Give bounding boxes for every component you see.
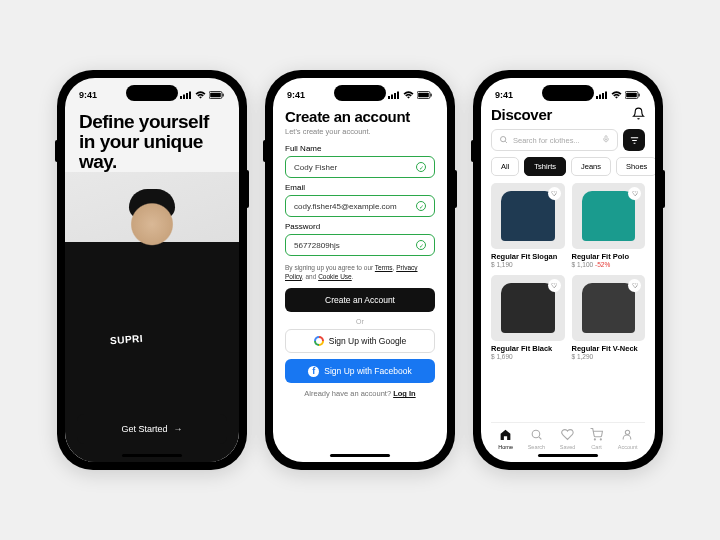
status-time: 9:41 [287, 90, 305, 100]
svg-rect-14 [596, 96, 598, 99]
arrow-right-icon: → [174, 424, 183, 434]
svg-rect-10 [397, 92, 399, 100]
page-title: Discover [491, 106, 552, 123]
password-input[interactable]: 56772809hjs ✓ [285, 234, 435, 256]
email-label: Email [285, 183, 435, 192]
category-pills: All Tshirts Jeans Shoes [491, 157, 645, 176]
svg-rect-5 [210, 93, 221, 98]
user-icon [621, 428, 634, 443]
battery-icon [209, 91, 225, 99]
google-icon [314, 336, 324, 346]
home-indicator [330, 454, 390, 457]
or-divider: Or [285, 318, 435, 325]
phone-signup: 9:41 Create an account Let's create your… [265, 70, 455, 470]
google-signup-button[interactable]: Sign Up with Google [285, 329, 435, 353]
tab-cart[interactable]: Cart [590, 428, 603, 450]
signal-icon [596, 91, 608, 99]
check-icon: ✓ [416, 162, 426, 172]
login-link[interactable]: Log In [393, 389, 416, 398]
dynamic-island [126, 85, 178, 101]
svg-rect-20 [639, 94, 640, 97]
heart-icon [561, 428, 574, 443]
bell-icon[interactable] [632, 107, 645, 122]
home-indicator [538, 454, 598, 457]
pill-all[interactable]: All [491, 157, 519, 176]
tab-home[interactable]: Home [498, 428, 513, 450]
facebook-icon: f [308, 366, 319, 377]
pill-jeans[interactable]: Jeans [571, 157, 611, 176]
heart-icon[interactable]: ♡ [628, 279, 641, 292]
product-card[interactable]: ♡ Regular Fit Black $ 1,690 [491, 275, 565, 360]
pill-shoes[interactable]: Shoes [616, 157, 655, 176]
svg-rect-0 [180, 96, 182, 99]
search-icon [530, 428, 543, 443]
svg-point-23 [532, 430, 540, 438]
get-started-button[interactable]: Get Started → [77, 414, 227, 444]
svg-rect-1 [183, 95, 185, 100]
phone-discover: 9:41 Discover Search for clothes... [473, 70, 663, 470]
terms-text: By signing up you agree to our Terms, Pr… [285, 263, 435, 281]
mic-icon[interactable] [602, 134, 610, 146]
dynamic-island [542, 85, 594, 101]
svg-rect-22 [605, 136, 607, 140]
home-indicator [122, 454, 182, 457]
product-grid: ♡ Regular Fit Slogan $ 1,190 ♡ Regular F… [491, 183, 645, 360]
heart-icon[interactable]: ♡ [548, 187, 561, 200]
battery-icon [417, 91, 433, 99]
tab-account[interactable]: Account [618, 428, 638, 450]
login-prompt: Already have an account? Log In [285, 389, 435, 398]
signal-icon [180, 91, 192, 99]
cart-icon [590, 428, 603, 443]
phone-onboarding: 9:41 Define yourself in your unique way.… [57, 70, 247, 470]
cookie-link[interactable]: Cookie Use [318, 273, 352, 280]
svg-point-21 [501, 136, 506, 141]
svg-rect-3 [189, 92, 191, 100]
tab-search[interactable]: Search [528, 428, 545, 450]
svg-rect-9 [394, 93, 396, 99]
home-icon [499, 428, 512, 443]
svg-point-26 [626, 430, 630, 434]
name-label: Full Name [285, 144, 435, 153]
svg-point-25 [600, 439, 601, 440]
status-time: 9:41 [79, 90, 97, 100]
wifi-icon [403, 91, 414, 99]
name-input[interactable]: Cody Fisher ✓ [285, 156, 435, 178]
check-icon: ✓ [416, 201, 426, 211]
product-card[interactable]: ♡ Regular Fit V-Neck $ 1,290 [572, 275, 646, 360]
wifi-icon [195, 91, 206, 99]
heart-icon[interactable]: ♡ [548, 279, 561, 292]
status-time: 9:41 [495, 90, 513, 100]
svg-rect-6 [223, 94, 224, 97]
dynamic-island [334, 85, 386, 101]
svg-point-24 [594, 439, 595, 440]
svg-rect-15 [599, 95, 601, 100]
create-account-button[interactable]: Create an Account [285, 288, 435, 312]
hero-image: SUPRI Get Started → [65, 172, 239, 462]
email-input[interactable]: cody.fisher45@example.com ✓ [285, 195, 435, 217]
svg-rect-7 [388, 96, 390, 99]
hero-headline: Define yourself in your unique way. [65, 104, 239, 172]
svg-rect-8 [391, 95, 393, 100]
search-icon [499, 135, 508, 146]
wifi-icon [611, 91, 622, 99]
battery-icon [625, 91, 641, 99]
svg-rect-2 [186, 93, 188, 99]
heart-icon[interactable]: ♡ [628, 187, 641, 200]
product-card[interactable]: ♡ Regular Fit Slogan $ 1,190 [491, 183, 565, 268]
filter-button[interactable] [623, 129, 645, 151]
search-input[interactable]: Search for clothes... [491, 129, 618, 151]
facebook-signup-button[interactable]: f Sign Up with Facebook [285, 359, 435, 383]
svg-rect-19 [626, 93, 637, 98]
product-card[interactable]: ♡ Regular Fit Polo $ 1,100 -52% [572, 183, 646, 268]
password-label: Password [285, 222, 435, 231]
page-title: Create an account [285, 108, 435, 125]
svg-rect-16 [602, 93, 604, 99]
signal-icon [388, 91, 400, 99]
svg-rect-13 [431, 94, 432, 97]
pill-tshirts[interactable]: Tshirts [524, 157, 566, 176]
tab-saved[interactable]: Saved [560, 428, 576, 450]
svg-rect-17 [605, 92, 607, 100]
terms-link[interactable]: Terms [375, 264, 393, 271]
svg-rect-12 [418, 93, 429, 98]
page-subtitle: Let's create your account. [285, 127, 435, 136]
